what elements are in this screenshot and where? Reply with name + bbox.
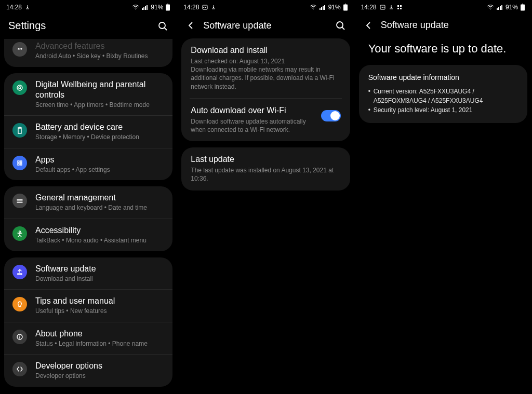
settings-item-desc: Status • Legal information • Phone name <box>35 340 164 348</box>
update-content: Download and install Last checked on: Au… <box>177 38 354 394</box>
image-icon <box>202 5 208 10</box>
svg-point-17 <box>337 22 343 28</box>
svg-point-24 <box>490 9 491 10</box>
dev-icon <box>12 362 27 376</box>
battery-text: 91% <box>506 4 518 11</box>
result-content: Your software is up to date. Software up… <box>355 38 531 394</box>
result-header: Software update <box>355 15 531 38</box>
back-button[interactable] <box>185 20 196 31</box>
update-info-card: Software update information Current vers… <box>359 65 527 123</box>
last-update-desc: The last update was installed on August … <box>191 166 340 183</box>
divider <box>190 98 341 99</box>
info-line: Current version: A525FXXU3AUG4 / A525FOX… <box>368 87 518 105</box>
settings-item[interactable]: About phoneStatus • Legal information • … <box>4 322 172 355</box>
settings-item-title: Tips and user manual <box>35 296 164 306</box>
svg-rect-11 <box>320 8 321 10</box>
svg-rect-12 <box>321 7 322 10</box>
settings-item[interactable]: Advanced featuresAndroid Auto • Side key… <box>4 39 172 67</box>
settings-item-title: Developer options <box>35 361 164 371</box>
svg-rect-26 <box>498 7 499 10</box>
status-time: 14:28 <box>6 4 22 11</box>
settings-item-title: Software update <box>35 264 164 274</box>
svg-rect-29 <box>522 4 523 5</box>
svg-rect-30 <box>521 5 525 11</box>
settings-item[interactable]: General managementLanguage and keyboard … <box>4 186 172 219</box>
status-time: 14:28 <box>183 4 199 11</box>
svg-rect-14 <box>324 5 325 10</box>
svg-rect-22 <box>397 8 399 9</box>
svg-rect-20 <box>397 5 399 7</box>
page-title: Software update <box>381 20 523 31</box>
settings-item-title: Battery and device care <box>35 122 164 132</box>
svg-rect-4 <box>147 5 148 10</box>
settings-list[interactable]: Advanced featuresAndroid Auto • Side key… <box>0 39 177 394</box>
settings-item[interactable]: Developer optionsDeveloper options <box>4 354 172 387</box>
auto-download-toggle[interactable] <box>321 110 341 121</box>
signal-icon <box>496 5 503 10</box>
svg-rect-13 <box>323 6 324 10</box>
battery-icon <box>12 123 27 138</box>
settings-item-desc: Language and keyboard • Date and time <box>35 204 164 212</box>
auto-download-title: Auto download over Wi-Fi <box>191 106 314 115</box>
status-bar: 14:28 91% <box>355 0 531 15</box>
settings-group: General managementLanguage and keyboard … <box>4 186 172 251</box>
settings-item[interactable]: Digital Wellbeing and parental controlsS… <box>4 73 172 116</box>
settings-group: Digital Wellbeing and parental controlsS… <box>4 73 172 181</box>
settings-item-desc: Storage • Memory • Device protection <box>35 133 164 142</box>
image-icon <box>380 5 385 10</box>
settings-item[interactable]: AppsDefault apps • App settings <box>4 148 172 181</box>
settings-group: Advanced featuresAndroid Auto • Side key… <box>4 39 172 67</box>
apps-status-icon <box>397 5 402 10</box>
settings-item-desc: TalkBack • Mono audio • Assistant menu <box>35 237 164 245</box>
dots-icon <box>12 42 27 57</box>
download-icon <box>25 5 30 10</box>
svg-rect-25 <box>497 8 498 10</box>
settings-item-title: Apps <box>35 155 164 165</box>
settings-screen: 14:28 91% Settings Advanced featuresAndr… <box>0 0 177 394</box>
settings-item[interactable]: AccessibilityTalkBack • Mono audio • Ass… <box>4 219 172 251</box>
svg-rect-23 <box>400 8 402 9</box>
settings-item[interactable]: Tips and user manualUseful tips • New fe… <box>4 289 172 322</box>
battery-icon <box>343 4 348 11</box>
auto-download-item[interactable]: Auto download over Wi-Fi Download softwa… <box>191 106 340 134</box>
tips-icon <box>12 297 27 311</box>
download-install-item[interactable]: Download and install Last checked on: Au… <box>191 46 340 91</box>
wellbeing-icon <box>12 80 27 95</box>
download-icon <box>211 5 216 10</box>
download-icon <box>389 5 394 10</box>
settings-header: Settings <box>0 15 177 39</box>
back-button[interactable] <box>363 20 374 31</box>
settings-item[interactable]: Software updateDownload and install <box>4 257 172 290</box>
page-title: Software update <box>203 20 327 31</box>
status-bar: 14:28 91% <box>177 0 354 15</box>
last-checked-text: Last checked on: August 13, 2021 <box>191 57 340 65</box>
svg-rect-6 <box>166 5 170 11</box>
settings-item-title: Digital Wellbeing and parental controls <box>35 79 164 100</box>
svg-rect-27 <box>500 6 501 10</box>
svg-rect-16 <box>343 5 348 11</box>
up-to-date-text: Your software is up to date. <box>359 38 527 65</box>
status-time: 14:28 <box>361 4 377 11</box>
svg-point-0 <box>135 9 136 10</box>
software-update-screen: 14:28 91% Software update Download and i… <box>177 0 354 394</box>
search-button[interactable] <box>157 20 168 32</box>
wifi-icon <box>487 5 494 10</box>
settings-item-desc: Useful tips • New features <box>35 307 164 316</box>
settings-item-title: Advanced features <box>35 41 164 51</box>
last-update-card[interactable]: Last update The last update was installe… <box>181 147 350 190</box>
svg-point-7 <box>159 22 165 29</box>
battery-text: 91% <box>328 4 341 11</box>
svg-rect-15 <box>345 4 346 5</box>
settings-item[interactable]: Battery and device careStorage • Memory … <box>4 115 172 148</box>
search-button[interactable] <box>335 20 346 31</box>
svg-rect-2 <box>143 7 144 10</box>
apps-icon <box>12 156 27 170</box>
info-line: Security patch level: August 1, 2021 <box>368 105 518 115</box>
settings-item-desc: Screen time • App timers • Bedtime mode <box>35 101 164 110</box>
battery-icon <box>165 4 170 11</box>
svg-rect-28 <box>501 5 502 10</box>
settings-item-title: Accessibility <box>35 225 164 236</box>
wifi-icon <box>132 5 139 10</box>
software-update-result-screen: 14:28 91% Software update Your software … <box>355 0 532 394</box>
accessibility-icon <box>12 226 27 241</box>
